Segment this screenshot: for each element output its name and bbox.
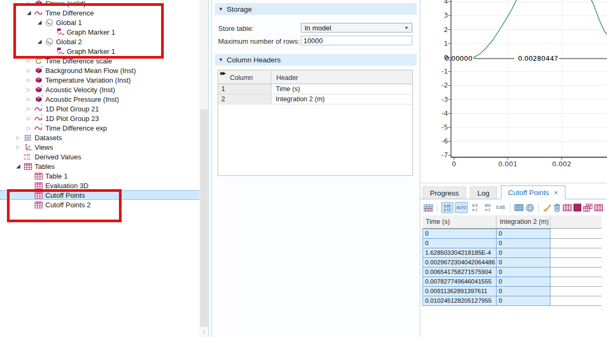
table-row[interactable]: 0.00296723040420644860 — [422, 257, 602, 268]
column-number-cell[interactable]: 1 — [218, 84, 271, 94]
export-table-button-icon[interactable] — [594, 204, 603, 212]
svg-text:*: * — [41, 123, 43, 127]
tree-expand-arrow[interactable]: ▷ — [25, 75, 33, 85]
y-tick-label: 4 — [426, 0, 448, 5]
tree-item-global-1[interactable]: ◢Global 1 — [0, 18, 199, 27]
tree-item-label: Background Mean Flow (Inst) — [44, 67, 136, 75]
integration-cell[interactable]: 0 — [496, 229, 550, 239]
close-tab-icon[interactable]: × — [554, 189, 558, 197]
tree-collapse-arrow[interactable]: ◢ — [35, 18, 44, 27]
time-cell[interactable]: 0.007827749646041555 — [422, 277, 497, 287]
time-cell[interactable]: 0.010245128205127955 — [422, 296, 497, 306]
table-row[interactable]: 0.0065417582715759040 — [422, 267, 602, 277]
max-rows-input[interactable] — [301, 36, 412, 45]
plot-table-globe-button-icon[interactable] — [525, 204, 534, 212]
column-header-row[interactable]: 1Time (s) — [218, 84, 412, 94]
scientific-notation-button[interactable]: 8.5e-1 — [469, 203, 481, 212]
column-number-cell[interactable]: 2 — [218, 94, 271, 104]
time-cell[interactable]: 0 — [422, 238, 497, 248]
tree-item-views[interactable]: ▷Views — [0, 142, 199, 152]
time-cell[interactable]: 0 — [422, 229, 497, 239]
time-cell[interactable]: 0.006541758271575904 — [422, 267, 497, 277]
integration-cell[interactable]: 0 — [496, 248, 550, 258]
tree-item-time-difference-exp[interactable]: ▷*Time Difference exp — [0, 123, 199, 133]
storage-section-header[interactable]: ▼ Storage — [215, 3, 417, 15]
tree-item-cutoff-points[interactable]: Cutoff Points — [0, 190, 199, 200]
tree-item-derived-values[interactable]: 8.85e-12Derived Values — [0, 152, 199, 161]
tree-item-acoustic-pressure-inst[interactable]: ▷*Acoustic Pressure (Inst) — [0, 94, 199, 104]
integration-cell[interactable]: 0 — [496, 267, 550, 277]
tree-expand-arrow[interactable]: ▷ — [25, 123, 33, 133]
integration-cell[interactable]: 0 — [496, 286, 550, 296]
tree-item-graph-marker-1[interactable]: Graph Marker 1 — [0, 46, 199, 56]
color-swatch-button-icon[interactable] — [573, 204, 581, 212]
tree-item-time-difference[interactable]: ◢Time Difference — [0, 8, 199, 18]
tree-scrollbar-corner-icon[interactable]: ⇕ — [200, 328, 208, 336]
time-cell[interactable]: 1.628503304218185E-4 — [422, 248, 497, 258]
table-row[interactable]: 0.0102451282051279550 — [422, 296, 602, 306]
integration-cell[interactable]: 0 — [496, 257, 550, 268]
tree-expand-arrow[interactable]: ▷ — [25, 85, 33, 94]
tree-expand-arrow[interactable]: ▷ — [25, 56, 33, 66]
tree-expand-arrow[interactable]: ▷ — [25, 94, 33, 104]
tree-expand-arrow[interactable]: ▷ — [25, 114, 33, 123]
tree-item-time-difference-scale[interactable]: ▷Time Difference scale — [0, 56, 199, 66]
column-headers-section-header[interactable]: ▼ Column Headers — [215, 54, 417, 66]
table-row[interactable]: 00 — [422, 238, 602, 248]
tree-collapse-arrow[interactable]: ◢ — [25, 8, 33, 18]
column-header-time[interactable]: Time (s) — [422, 215, 497, 228]
circle-graph-icon — [44, 19, 54, 27]
header-text-cell[interactable]: Integration 2 (m) — [271, 94, 412, 104]
column-header-row[interactable]: 2Integration 2 (m) — [218, 94, 412, 104]
tree-item-global-2[interactable]: ◢Global 2 — [0, 37, 199, 46]
integration-cell[interactable]: 0 — [496, 277, 550, 287]
import-table-button-icon[interactable] — [563, 204, 572, 212]
full-precision-toggle[interactable]: 8.85e-12 — [441, 202, 453, 213]
tree-item-tables[interactable]: ◢Tables — [0, 161, 199, 171]
integration-cell[interactable]: 0 — [496, 238, 550, 248]
tree-item-1d-plot-group-23[interactable]: ▷*1D Plot Group 23 — [0, 114, 199, 123]
tree-scrollbar-thumb[interactable] — [200, 109, 208, 327]
tree-expand-arrow[interactable]: ▷ — [14, 133, 22, 142]
table-row[interactable]: 1.628503304218185E-40 — [422, 248, 602, 258]
move-columns-icon[interactable]: ▶▶ — [220, 71, 225, 76]
tree-item-background-mean-flow-inst[interactable]: ▷*Background Mean Flow (Inst) — [0, 66, 199, 75]
column-column-header[interactable]: ▶▶ Column — [218, 70, 271, 84]
tree-item-temperature-variation-inst[interactable]: ▷Temperature Variation (Inst) — [0, 75, 199, 85]
tree-item-table-1[interactable]: Table 1 — [0, 171, 199, 181]
display-table-button-icon[interactable] — [514, 204, 524, 212]
copy-table-button-icon[interactable] — [583, 204, 593, 212]
table-row[interactable]: 0.0078277496460415550 — [422, 277, 602, 287]
tree-item-stress-solid[interactable]: ▷*Stress (solid) — [0, 0, 199, 8]
tree-collapse-arrow[interactable]: ◢ — [14, 161, 22, 171]
clear-table-brush-button-icon[interactable] — [542, 204, 552, 212]
table-row[interactable]: 0.009113628913976110 — [422, 286, 602, 296]
tree-item-datasets[interactable]: ▷Datasets — [0, 133, 199, 142]
engineering-notation-button[interactable]: 850e-1 — [482, 203, 493, 212]
automatic-notation-toggle[interactable]: AUTO — [455, 202, 468, 213]
tab-progress[interactable]: Progress — [422, 187, 466, 199]
integration-cell[interactable]: 0 — [496, 296, 550, 306]
store-table-dropdown[interactable]: In model ▼ — [301, 23, 412, 33]
table-row[interactable]: 00 — [422, 229, 602, 239]
delete-table-button-icon[interactable] — [553, 204, 561, 212]
tree-item-1d-plot-group-21[interactable]: ▷*1D Plot Group 21 — [0, 104, 199, 114]
table-format-settings-button-icon[interactable] — [424, 204, 433, 212]
tree-item-graph-marker-1[interactable]: Graph Marker 1 — [0, 27, 199, 37]
tree-expand-arrow[interactable]: ▷ — [14, 142, 22, 152]
decimal-notation-button[interactable]: 0.85 — [495, 205, 506, 211]
time-cell[interactable]: 0.00911362891397611 — [422, 286, 497, 296]
tree-item-acoustic-velocity-inst[interactable]: ▷*Acoustic Velocity (Inst) — [0, 85, 199, 94]
header-text-cell[interactable]: Time (s) — [271, 84, 412, 94]
tree-collapse-arrow[interactable]: ◢ — [35, 37, 44, 46]
tree-item-evaluation-3d[interactable]: Evaluation 3D — [0, 181, 199, 190]
time-cell[interactable]: 0.0029672304042064486 — [422, 257, 497, 268]
header-column-header[interactable]: Header — [271, 70, 412, 84]
tree-item-cutoff-points-2[interactable]: Cutoff Points 2 — [0, 200, 199, 209]
tab-cutoff-points[interactable]: Cutoff Points× — [501, 185, 566, 199]
tree-expand-arrow[interactable]: ▷ — [25, 66, 33, 75]
tree-expand-arrow[interactable]: ▷ — [25, 0, 33, 8]
column-header-integration[interactable]: Integration 2 (m) — [497, 215, 550, 228]
tab-log[interactable]: Log — [470, 187, 497, 199]
tree-expand-arrow[interactable]: ▷ — [25, 104, 33, 114]
